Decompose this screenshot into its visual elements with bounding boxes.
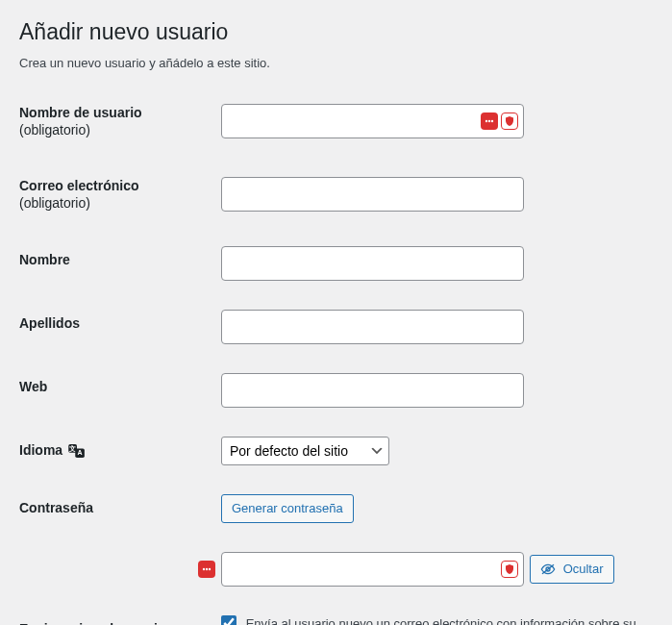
translate-icon: 文A [68,444,86,458]
website-label: Web [19,379,47,394]
svg-text:A: A [78,449,83,456]
svg-point-9 [209,567,211,569]
firstname-label: Nombre [19,252,70,267]
lastname-input[interactable] [221,310,524,344]
password-manager-icon[interactable] [198,561,215,578]
password-input[interactable] [221,552,524,587]
firstname-input[interactable] [221,246,524,281]
svg-point-2 [491,120,493,122]
language-select[interactable]: Por defecto del sitio [221,437,389,465]
send-notice-checkbox[interactable] [221,615,236,625]
svg-point-0 [485,120,487,122]
send-notice-checkbox-wrap[interactable]: Envía al usuario nuevo un correo electró… [221,615,636,625]
svg-point-1 [488,120,490,122]
send-notice-text: Envía al usuario nuevo un correo electró… [221,616,636,625]
username-label: Nombre de usuario (obligatorio) [19,105,142,138]
generate-password-button[interactable]: Generar contraseña [221,494,354,523]
language-label: Idioma 文A [19,442,86,458]
password-manager-icon[interactable] [481,112,498,130]
svg-point-7 [203,567,205,569]
lastname-label: Apellidos [19,315,80,331]
email-input[interactable] [221,177,524,212]
password-label: Contraseña [19,500,93,515]
page-title: Añadir nuevo usuario [19,10,653,51]
brave-shield-icon[interactable] [501,112,518,130]
send-notice-label: Enviar aviso al usuario [19,621,166,625]
svg-point-8 [206,567,208,569]
brave-shield-icon[interactable] [501,561,518,578]
website-input[interactable] [221,373,524,408]
eye-slash-icon [540,562,560,576]
hide-password-button[interactable]: Ocultar [530,555,614,584]
svg-text:文: 文 [68,444,76,453]
page-description: Crea un nuevo usuario y añádelo a este s… [19,56,653,70]
email-label: Correo electrónico (obligatorio) [19,178,138,211]
username-input[interactable] [221,104,524,138]
